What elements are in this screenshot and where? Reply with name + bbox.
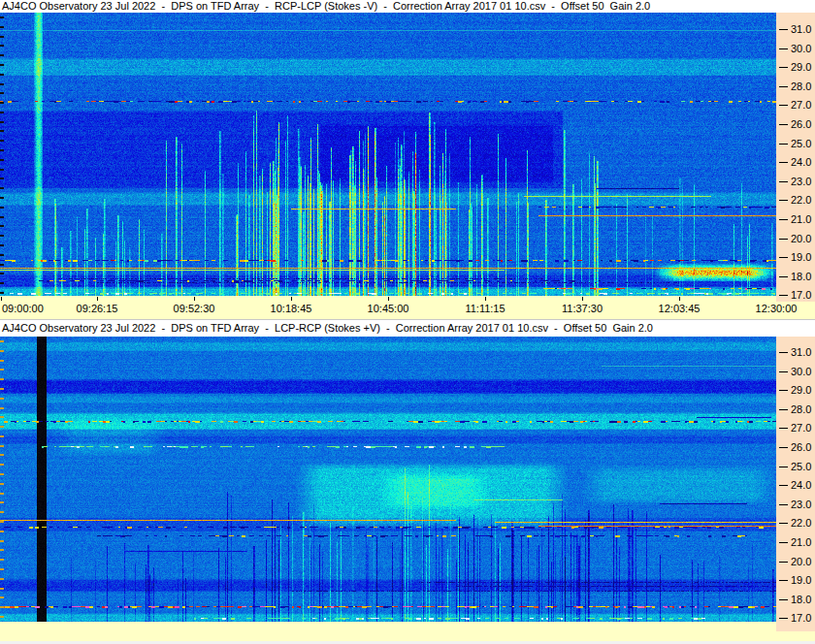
tick-mark bbox=[779, 485, 788, 486]
frequency-tick: 31.0 bbox=[776, 23, 815, 35]
tick-mark bbox=[779, 162, 788, 163]
frequency-tick-label: 25.0 bbox=[791, 461, 811, 472]
frequency-tick-label: 22.0 bbox=[791, 517, 811, 529]
time-tick-label: 11:11:15 bbox=[465, 303, 505, 314]
time-tick-mark bbox=[194, 297, 195, 301]
frequency-tick: 20.0 bbox=[776, 556, 815, 567]
frequency-tick-label: 30.0 bbox=[791, 43, 811, 54]
frequency-tick-label: 22.0 bbox=[791, 194, 811, 206]
frequency-tick: 24.0 bbox=[776, 479, 815, 491]
frequency-tick: 26.0 bbox=[776, 441, 815, 453]
panel2-plot-area: 31.030.029.028.027.026.025.024.023.022.0… bbox=[0, 337, 815, 622]
time-tick-mark bbox=[679, 297, 680, 301]
time-tick-mark bbox=[582, 297, 583, 301]
frequency-tick-label: 19.0 bbox=[791, 251, 811, 263]
tick-mark bbox=[779, 200, 788, 201]
time-tick-label: 12:03:45 bbox=[659, 303, 701, 314]
time-tick-mark bbox=[485, 297, 486, 301]
frequency-tick: 25.0 bbox=[776, 138, 815, 149]
frequency-tick-label: 21.0 bbox=[791, 213, 811, 225]
tick-mark bbox=[779, 181, 788, 182]
frequency-tick: 30.0 bbox=[776, 366, 815, 377]
spectrograph-window: AJ4CO Observatory 23 Jul 2022 - DPS on T… bbox=[0, 0, 815, 644]
spectrogram-panel2[interactable] bbox=[0, 337, 776, 622]
spectrogram-panel1[interactable] bbox=[0, 13, 776, 296]
frequency-tick-label: 25.0 bbox=[791, 138, 811, 149]
tick-mark bbox=[779, 542, 788, 543]
time-axis-2 bbox=[0, 622, 815, 641]
frequency-tick: 22.0 bbox=[776, 517, 815, 529]
frequency-tick: 30.0 bbox=[776, 43, 815, 54]
tick-mark bbox=[779, 352, 788, 353]
frequency-tick-label: 20.0 bbox=[791, 556, 811, 567]
frequency-tick: 18.0 bbox=[776, 271, 815, 282]
frequency-tick: 28.0 bbox=[776, 403, 815, 415]
time-axis: 09:00:0009:26:1509:52:3010:18:4510:45:00… bbox=[0, 296, 815, 320]
time-tick-mark bbox=[1, 297, 2, 301]
tick-mark bbox=[779, 67, 788, 68]
frequency-tick-label: 24.0 bbox=[791, 479, 811, 491]
frequency-tick-label: 29.0 bbox=[791, 384, 811, 396]
frequency-tick: 24.0 bbox=[776, 156, 815, 168]
frequency-tick: 23.0 bbox=[776, 176, 815, 187]
frequency-tick-label: 20.0 bbox=[791, 233, 811, 244]
frequency-tick: 29.0 bbox=[776, 61, 815, 73]
frequency-tick-label: 23.0 bbox=[791, 176, 811, 187]
panel2-title: AJ4CO Observatory 23 Jul 2022 - DPS on T… bbox=[0, 320, 815, 337]
tick-mark bbox=[779, 239, 788, 240]
time-tick-label: 09:00:00 bbox=[2, 303, 44, 314]
frequency-tick-label: 26.0 bbox=[791, 118, 811, 130]
frequency-tick: 17.0 bbox=[776, 289, 815, 301]
time-tick-label: 12:30:00 bbox=[756, 303, 798, 314]
frequency-tick-label: 18.0 bbox=[791, 271, 811, 282]
tick-mark bbox=[779, 390, 788, 391]
frequency-tick: 19.0 bbox=[776, 251, 815, 263]
frequency-tick-label: 23.0 bbox=[791, 499, 811, 510]
frequency-tick-label: 29.0 bbox=[791, 61, 811, 73]
frequency-tick: 26.0 bbox=[776, 118, 815, 130]
frequency-tick-label: 30.0 bbox=[791, 366, 811, 377]
frequency-tick: 19.0 bbox=[776, 574, 815, 586]
frequency-tick-label: 17.0 bbox=[791, 289, 811, 301]
time-tick-label: 10:45:00 bbox=[368, 303, 409, 314]
tick-mark bbox=[779, 409, 788, 410]
tick-mark bbox=[779, 467, 788, 467]
frequency-tick: 27.0 bbox=[776, 99, 815, 111]
frequency-tick: 20.0 bbox=[776, 233, 815, 244]
frequency-tick: 23.0 bbox=[776, 499, 815, 510]
tick-mark bbox=[779, 124, 788, 125]
frequency-tick: 27.0 bbox=[776, 422, 815, 434]
tick-mark bbox=[779, 219, 788, 220]
tick-mark bbox=[779, 523, 788, 524]
frequency-tick-label: 24.0 bbox=[791, 156, 811, 168]
frequency-tick-label: 21.0 bbox=[791, 536, 811, 548]
frequency-tick: 22.0 bbox=[776, 194, 815, 206]
time-tick-mark bbox=[291, 297, 292, 301]
frequency-tick: 17.0 bbox=[776, 612, 815, 624]
tick-mark bbox=[779, 48, 788, 49]
frequency-tick-label: 27.0 bbox=[791, 422, 811, 434]
tick-mark bbox=[779, 599, 788, 600]
frequency-tick-label: 19.0 bbox=[791, 574, 811, 586]
tick-mark bbox=[779, 504, 788, 505]
frequency-tick-label: 28.0 bbox=[791, 403, 811, 415]
frequency-tick: 18.0 bbox=[776, 594, 815, 605]
tick-mark bbox=[779, 257, 788, 258]
time-tick-label: 09:52:30 bbox=[174, 303, 215, 314]
frequency-tick-label: 31.0 bbox=[791, 23, 811, 35]
frequency-tick: 29.0 bbox=[776, 384, 815, 396]
tick-mark bbox=[779, 144, 788, 145]
tick-mark bbox=[779, 29, 788, 30]
frequency-tick-label: 26.0 bbox=[791, 441, 811, 453]
tick-mark bbox=[779, 618, 788, 619]
frequency-tick-label: 17.0 bbox=[791, 612, 811, 624]
tick-mark bbox=[779, 105, 788, 106]
time-tick-label: 11:37:30 bbox=[562, 303, 603, 314]
time-tick-label: 10:18:45 bbox=[271, 303, 312, 314]
frequency-tick: 21.0 bbox=[776, 536, 815, 548]
panel1-title: AJ4CO Observatory 23 Jul 2022 - DPS on T… bbox=[0, 0, 815, 13]
tick-mark bbox=[779, 371, 788, 372]
time-tick-mark bbox=[97, 297, 98, 301]
time-tick-label: 09:26:15 bbox=[77, 303, 118, 314]
frequency-tick-label: 31.0 bbox=[791, 346, 811, 358]
